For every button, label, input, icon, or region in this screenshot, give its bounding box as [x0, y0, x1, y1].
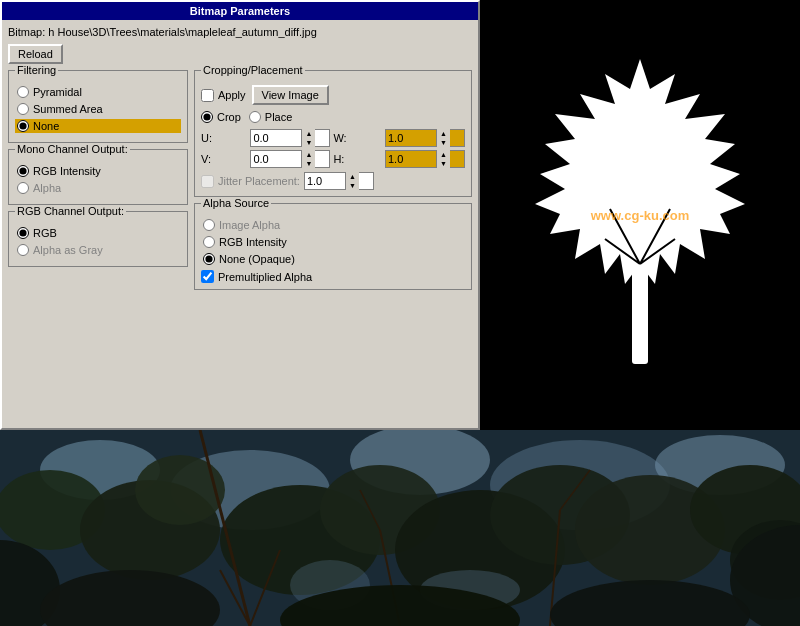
- filtering-group: Filtering Pyramidal Summed Area None: [8, 70, 188, 143]
- rgb-label: RGB: [33, 227, 57, 239]
- h-label: H:: [333, 153, 382, 165]
- image-alpha-label: Image Alpha: [219, 219, 280, 231]
- crop-radio[interactable]: [201, 111, 213, 123]
- v-spinner[interactable]: ▲ ▼: [250, 150, 330, 168]
- h-input[interactable]: [386, 151, 436, 167]
- image-alpha-radio[interactable]: [203, 219, 215, 231]
- rgb-intensity-mono-label: RGB Intensity: [33, 165, 101, 177]
- alpha-as-gray-radio[interactable]: [17, 244, 29, 256]
- pyramidal-radio[interactable]: [17, 86, 29, 98]
- apply-checkbox-row[interactable]: Apply: [201, 89, 246, 102]
- bitmap-parameters-dialog: Bitmap Parameters Bitmap: h House\3D\Tre…: [0, 0, 480, 430]
- leaves-overlay-svg: [0, 430, 800, 626]
- w-up-btn[interactable]: ▲: [437, 129, 450, 138]
- u-input[interactable]: [251, 130, 301, 146]
- none-opaque-radio[interactable]: [203, 253, 215, 265]
- premult-checkbox[interactable]: [201, 270, 214, 283]
- preview-area: www.cg-ku.com: [480, 0, 800, 430]
- jitter-label: Jitter Placement:: [218, 175, 300, 187]
- svg-point-9: [135, 455, 225, 525]
- cropping-placement-group: Cropping/Placement Apply View Image: [194, 70, 472, 197]
- dialog-title: Bitmap Parameters: [190, 5, 290, 17]
- rgb-channel-group: RGB Channel Output: RGB Alpha as Gray: [8, 211, 188, 267]
- apply-checkbox[interactable]: [201, 89, 214, 102]
- premult-label: Premultiplied Alpha: [218, 271, 312, 283]
- w-spinner[interactable]: ▲ ▼: [385, 129, 465, 147]
- jitter-input[interactable]: [305, 173, 345, 189]
- none-opaque-row[interactable]: None (Opaque): [201, 252, 465, 266]
- pyramidal-label: Pyramidal: [33, 86, 82, 98]
- jitter-checkbox[interactable]: [201, 175, 214, 188]
- alpha-as-gray-row[interactable]: Alpha as Gray: [15, 243, 181, 257]
- summed-area-label: Summed Area: [33, 103, 103, 115]
- v-up-btn[interactable]: ▲: [302, 150, 315, 159]
- alpha-mono-radio[interactable]: [17, 182, 29, 194]
- alpha-source-label: Alpha Source: [201, 197, 271, 209]
- bottom-background: [0, 430, 800, 626]
- place-label: Place: [265, 111, 293, 123]
- w-down-btn[interactable]: ▼: [437, 138, 450, 147]
- none-label: None: [33, 120, 59, 132]
- rgb-channel-label: RGB Channel Output:: [15, 205, 126, 217]
- w-label: W:: [333, 132, 382, 144]
- rgb-intensity-mono-radio[interactable]: [17, 165, 29, 177]
- jitter-up-btn[interactable]: ▲: [346, 172, 359, 181]
- jitter-down-btn[interactable]: ▼: [346, 181, 359, 190]
- rgb-radio[interactable]: [17, 227, 29, 239]
- rgb-row[interactable]: RGB: [15, 226, 181, 240]
- alpha-source-group: Alpha Source Image Alpha RGB Intensity N…: [194, 203, 472, 290]
- leaf-image-container: [505, 29, 775, 401]
- h-down-btn[interactable]: ▼: [437, 159, 450, 168]
- summed-area-radio[interactable]: [17, 103, 29, 115]
- none-opaque-label: None (Opaque): [219, 253, 295, 265]
- v-down-btn[interactable]: ▼: [302, 159, 315, 168]
- rgb-intensity-alpha-radio[interactable]: [203, 236, 215, 248]
- h-up-btn[interactable]: ▲: [437, 150, 450, 159]
- rgb-intensity-alpha-label: RGB Intensity: [219, 236, 287, 248]
- view-image-button[interactable]: View Image: [252, 85, 329, 105]
- u-down-btn[interactable]: ▼: [302, 138, 315, 147]
- summed-area-radio-row[interactable]: Summed Area: [15, 102, 181, 116]
- cropping-label: Cropping/Placement: [201, 64, 305, 76]
- u-spinner[interactable]: ▲ ▼: [250, 129, 330, 147]
- u-label: U:: [201, 132, 247, 144]
- place-radio[interactable]: [249, 111, 261, 123]
- filtering-label: Filtering: [15, 64, 58, 76]
- alpha-mono-row[interactable]: Alpha: [15, 181, 181, 195]
- jitter-checkbox-row: Jitter Placement:: [201, 175, 300, 188]
- u-up-btn[interactable]: ▲: [302, 129, 315, 138]
- crop-label: Crop: [217, 111, 241, 123]
- leaf-stem: [632, 264, 648, 364]
- none-radio-row[interactable]: None: [15, 119, 181, 133]
- jitter-spinner[interactable]: ▲ ▼: [304, 172, 374, 190]
- bottom-photo-section: [0, 430, 800, 626]
- place-radio-row[interactable]: Place: [249, 111, 293, 123]
- rgb-intensity-mono-row[interactable]: RGB Intensity: [15, 164, 181, 178]
- image-alpha-row[interactable]: Image Alpha: [201, 218, 465, 232]
- rgb-intensity-alpha-row[interactable]: RGB Intensity: [201, 235, 465, 249]
- apply-label: Apply: [218, 89, 246, 101]
- maple-leaf-svg: [505, 29, 775, 399]
- v-input[interactable]: [251, 151, 301, 167]
- none-radio[interactable]: [17, 120, 29, 132]
- pyramidal-radio-row[interactable]: Pyramidal: [15, 85, 181, 99]
- v-label: V:: [201, 153, 247, 165]
- mono-channel-label: Mono Channel Output:: [15, 143, 130, 155]
- mono-channel-group: Mono Channel Output: RGB Intensity Alpha: [8, 149, 188, 205]
- reload-button[interactable]: Reload: [8, 44, 63, 64]
- alpha-as-gray-label: Alpha as Gray: [33, 244, 103, 256]
- dialog-titlebar: Bitmap Parameters: [2, 2, 478, 20]
- premult-row[interactable]: Premultiplied Alpha: [201, 270, 465, 283]
- bitmap-path: Bitmap: h House\3D\Trees\materials\maple…: [8, 26, 472, 38]
- w-input[interactable]: [386, 130, 436, 146]
- crop-radio-row[interactable]: Crop: [201, 111, 241, 123]
- alpha-mono-label: Alpha: [33, 182, 61, 194]
- h-spinner[interactable]: ▲ ▼: [385, 150, 465, 168]
